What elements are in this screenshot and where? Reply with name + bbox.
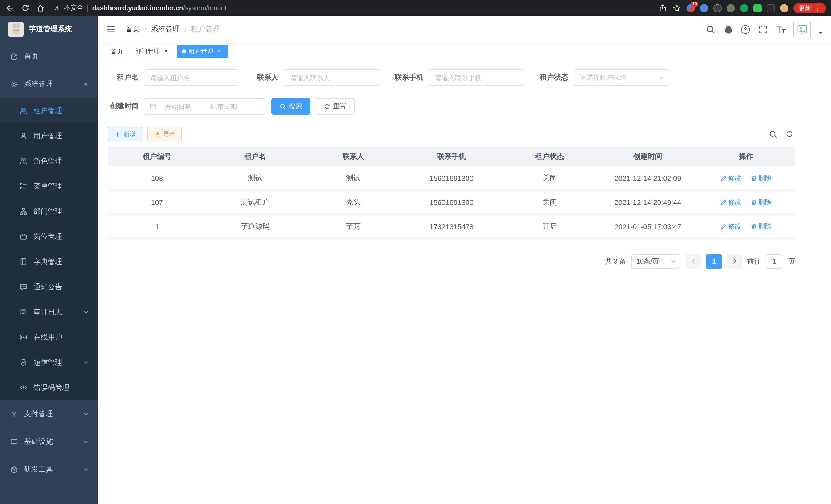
- url-text[interactable]: dashboard.yudao.iocoder.cn/system/tenant: [92, 4, 227, 12]
- sidebar-item-home[interactable]: 首页: [0, 42, 98, 70]
- table-search-toggle-icon[interactable]: [767, 128, 779, 140]
- page-size-select[interactable]: 10条/页: [631, 254, 681, 268]
- sidebar-item-error-code[interactable]: 错误码管理: [0, 375, 98, 400]
- cell-phone: 15601691300: [402, 166, 500, 190]
- tab-home[interactable]: 首页: [106, 45, 127, 58]
- github-icon[interactable]: [723, 24, 733, 34]
- phone-input[interactable]: [429, 69, 524, 86]
- home-icon[interactable]: [36, 3, 45, 12]
- sidebar-item-post[interactable]: 岗位管理: [0, 224, 98, 249]
- breadcrumb-system[interactable]: 系统管理: [151, 25, 180, 34]
- close-icon[interactable]: ×: [216, 48, 223, 55]
- sidebar-item-role[interactable]: 角色管理: [0, 148, 98, 174]
- sidebar-item-audit-log[interactable]: 审计日志: [0, 299, 98, 325]
- fullscreen-icon[interactable]: [757, 24, 768, 34]
- sidebar-item-system[interactable]: 系统管理: [0, 70, 98, 98]
- tab-label: 租户管理: [189, 47, 213, 56]
- reload-icon[interactable]: [21, 3, 30, 12]
- table-row: 1 芋道源码 芋艿 17321315478 开启 2021-01-05 17:0…: [108, 214, 795, 238]
- sidebar-item-dict[interactable]: 字典管理: [0, 249, 98, 274]
- col-tenant-id: 租户编号: [108, 147, 206, 166]
- next-page-button[interactable]: [727, 254, 742, 268]
- sidebar-item-infra[interactable]: 基础设施: [0, 428, 98, 456]
- sidebar-item-menu[interactable]: 菜单管理: [0, 174, 98, 199]
- chevron-up-icon: [83, 82, 88, 87]
- search-button[interactable]: 搜索: [271, 98, 310, 115]
- help-icon[interactable]: ?: [741, 25, 750, 34]
- extension-icon-6[interactable]: [753, 4, 762, 12]
- extension-icon-3[interactable]: [713, 4, 721, 12]
- yen-icon: ¥: [10, 410, 18, 418]
- security-label[interactable]: 不安全: [64, 4, 84, 12]
- contact-input[interactable]: [284, 69, 379, 86]
- sidebar-item-label: 研发工具: [24, 465, 53, 474]
- sidebar-item-notice[interactable]: 通知公告: [0, 274, 98, 299]
- user-icon: [20, 132, 27, 140]
- delete-button[interactable]: 删除: [751, 222, 772, 231]
- col-tenant-name: 租户名: [206, 147, 304, 166]
- extension-icon-7[interactable]: [767, 4, 775, 12]
- page-number-1[interactable]: 1: [706, 254, 721, 268]
- extension-icon-4[interactable]: [727, 4, 735, 12]
- extension-icon-2[interactable]: [700, 4, 708, 12]
- sidebar-item-online-users[interactable]: 在线用户: [0, 325, 98, 350]
- date-range-picker[interactable]: -: [144, 98, 265, 115]
- update-button[interactable]: 更新 ⋮: [794, 3, 826, 13]
- top-navbar: 首页 / 系统管理 / 租户管理 ?: [98, 16, 831, 42]
- bookmark-star-icon[interactable]: [672, 3, 682, 12]
- create-time-label: 创建时间: [108, 102, 139, 111]
- role-icon: [20, 157, 27, 165]
- edit-button[interactable]: 修改: [720, 173, 741, 183]
- share-icon[interactable]: [658, 3, 667, 12]
- cell-name: 芋道源码: [206, 214, 304, 238]
- sidebar-item-label: 系统管理: [24, 80, 53, 89]
- add-button[interactable]: 新增: [108, 127, 142, 141]
- tenant-name-input[interactable]: [144, 69, 239, 86]
- message-icon: [20, 283, 27, 291]
- search-icon[interactable]: [705, 24, 715, 34]
- close-icon[interactable]: ×: [163, 48, 170, 55]
- table-refresh-icon[interactable]: [784, 128, 795, 140]
- app-logo[interactable]: 芋道管理系统: [0, 16, 98, 42]
- extension-icon-5[interactable]: [740, 4, 748, 12]
- hamburger-icon[interactable]: [106, 24, 116, 34]
- delete-label: 删除: [758, 198, 772, 207]
- extension-icon-1[interactable]: 10: [687, 4, 695, 12]
- back-icon[interactable]: [5, 3, 15, 12]
- font-size-icon[interactable]: [775, 24, 786, 34]
- sidebar-item-devtools[interactable]: 研发工具: [0, 456, 98, 483]
- prev-page-button[interactable]: [686, 254, 701, 268]
- edit-icon: [720, 199, 726, 205]
- status-select[interactable]: 请选择租户状态: [574, 69, 669, 86]
- sidebar-item-sms[interactable]: 短信管理: [0, 350, 98, 375]
- user-avatar[interactable]: [794, 21, 811, 38]
- edit-button[interactable]: 修改: [720, 222, 741, 231]
- export-button[interactable]: 导出: [147, 127, 182, 141]
- caret-down-icon[interactable]: [819, 32, 823, 34]
- sidebar-item-dept[interactable]: 部门管理: [0, 199, 98, 224]
- edit-button[interactable]: 修改: [720, 198, 741, 207]
- date-end-input[interactable]: [205, 102, 242, 110]
- address-bar[interactable]: ⚠ 不安全 dashboard.yudao.iocoder.cn/system/…: [55, 4, 652, 12]
- book-icon: [20, 258, 27, 266]
- tab-label: 首页: [111, 47, 123, 56]
- tab-tenant[interactable]: 租户管理 ×: [177, 45, 228, 58]
- chevron-down-icon: [83, 309, 88, 315]
- sidebar-item-user[interactable]: 用户管理: [0, 123, 98, 148]
- tab-dept[interactable]: 部门管理 ×: [131, 45, 174, 58]
- browser-menu-icon[interactable]: ⋮: [814, 3, 821, 13]
- goto-page-input[interactable]: [766, 254, 783, 268]
- col-phone: 联系手机: [402, 147, 500, 166]
- breadcrumb-home[interactable]: 首页: [125, 25, 140, 34]
- extension-icon-8[interactable]: [780, 4, 789, 12]
- sidebar-item-tenant[interactable]: 租户管理: [0, 98, 98, 123]
- sidebar-item-payment[interactable]: ¥ 支付管理: [0, 400, 98, 428]
- delete-button[interactable]: 删除: [751, 198, 772, 207]
- cell-name: 测试租户: [206, 190, 304, 214]
- edit-icon: [720, 223, 726, 229]
- url-path: /system/tenant: [183, 4, 227, 12]
- delete-button[interactable]: 删除: [751, 173, 772, 183]
- date-start-input[interactable]: [160, 102, 197, 110]
- breadcrumb: 首页 / 系统管理 / 租户管理: [125, 25, 220, 34]
- reset-button[interactable]: 重置: [316, 98, 354, 115]
